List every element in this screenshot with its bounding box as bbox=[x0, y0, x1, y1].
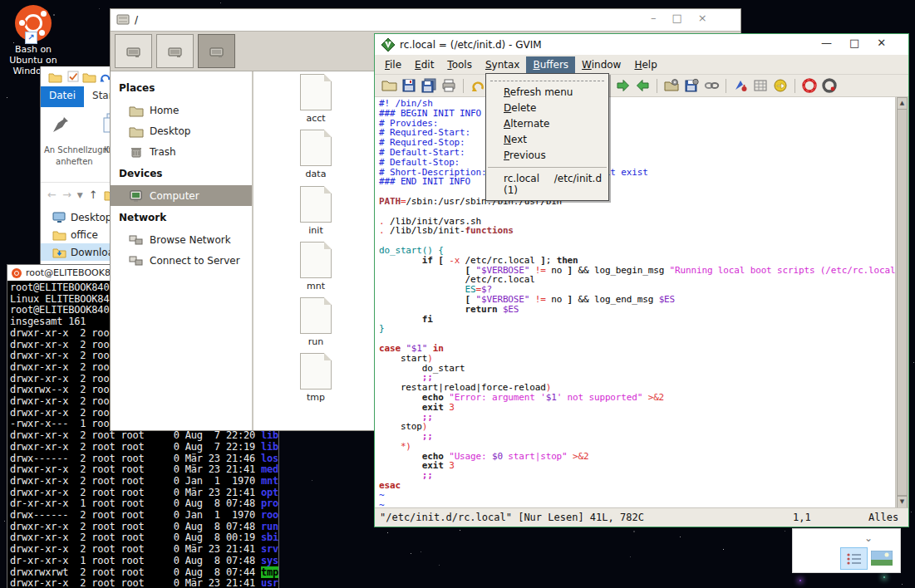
sidebar-item-label: Browse Network bbox=[150, 234, 231, 246]
code-line: fi bbox=[379, 315, 896, 325]
menu-window[interactable]: Window bbox=[575, 56, 627, 73]
sidebar-item-desktop[interactable]: Desktop bbox=[111, 120, 252, 141]
find-next-button[interactable] bbox=[614, 77, 631, 94]
undo-button[interactable] bbox=[470, 77, 486, 94]
minimize-button[interactable]: — bbox=[821, 37, 832, 49]
save-button[interactable] bbox=[401, 77, 417, 94]
sidebar-item-computer[interactable]: Computer bbox=[111, 185, 252, 206]
explorer-sidebar: DesktopofficeDownloads bbox=[41, 207, 115, 261]
folder-icon[interactable] bbox=[82, 71, 96, 83]
sidebar-item-home[interactable]: Home bbox=[111, 100, 252, 120]
file-item-tmp[interactable]: tmp bbox=[287, 353, 345, 403]
sidebar-item-connect-to-server[interactable]: Connect to Server bbox=[111, 250, 252, 271]
statusline-scroll-position: Alles bbox=[868, 512, 898, 523]
buffers-menu-popup: Refresh menuDeleteAlternateNextPrevious … bbox=[485, 73, 609, 201]
tab-datei[interactable]: Datei bbox=[41, 86, 84, 107]
document-icon bbox=[300, 130, 332, 166]
ribbon-tabs: Datei Start bbox=[41, 86, 115, 107]
file-name: acct bbox=[287, 113, 345, 124]
terminal-line: dr-xr-xr-x 1 root root 0 Aug 8 07:48 pro… bbox=[10, 498, 278, 510]
menu-buffers[interactable]: Buffers bbox=[526, 56, 575, 73]
trash-icon bbox=[129, 145, 144, 159]
back-arrow-icon[interactable]: ← bbox=[47, 189, 57, 201]
ubuntu-logo-icon: ↗ bbox=[15, 5, 52, 42]
gvim-scrollbar[interactable]: ▲ ▼ bbox=[895, 97, 908, 508]
buffers-menu-item-next[interactable]: Next bbox=[486, 132, 608, 148]
file-item-mnt[interactable]: mnt bbox=[287, 242, 345, 292]
pin-to-quick-access-label-line2[interactable]: anheften bbox=[56, 157, 93, 166]
sidebar-item-trash[interactable]: Trash bbox=[111, 141, 252, 162]
file-item-init[interactable]: init bbox=[287, 186, 345, 236]
buffers-menu-item-delete[interactable]: Delete bbox=[486, 100, 608, 116]
code-line: stop) bbox=[379, 422, 896, 432]
code-line: ~ bbox=[379, 491, 896, 501]
session-save-button[interactable] bbox=[683, 77, 700, 94]
terminal-title: root@ELITEBOOK840 bbox=[26, 267, 122, 278]
toolbar-button-1[interactable] bbox=[115, 34, 152, 68]
sidebar-item-desktop[interactable]: Desktop bbox=[41, 208, 115, 226]
chevron-down-icon[interactable]: ▼ bbox=[77, 191, 83, 199]
gvim-toolbar bbox=[375, 75, 908, 97]
buffers-menu-item-refresh-menu[interactable]: Refresh menu bbox=[486, 85, 608, 100]
forward-arrow-icon[interactable]: → bbox=[62, 189, 71, 201]
tags-button[interactable] bbox=[752, 77, 769, 94]
terminal-line: drwxrwxrwt 2 root root 0 Aug 8 07:44 tmp bbox=[10, 567, 278, 579]
folder-icon[interactable] bbox=[48, 71, 62, 83]
toolbar-button-3[interactable] bbox=[198, 34, 235, 68]
code-line: PATH=/sbin:/usr/sbin:/bin:/usr/bin bbox=[379, 197, 896, 207]
explorer-window-fragment: ▾ Datei Start An Schnellzugriff anheften… bbox=[40, 66, 115, 267]
save-all-button[interactable] bbox=[421, 77, 437, 94]
terminal-line: drwxr-xr-x 2 root root 0 Mär 23 21:41 me… bbox=[10, 464, 278, 476]
menu-tearoff-handle[interactable] bbox=[490, 75, 604, 81]
sidebar-item-label: Connect to Server bbox=[150, 255, 240, 267]
chevron-down-icon[interactable]: ⌄ bbox=[864, 532, 873, 544]
checkbox-icon[interactable] bbox=[67, 71, 80, 82]
toolbar-button-2[interactable] bbox=[156, 34, 194, 68]
make-button[interactable] bbox=[732, 77, 749, 94]
sidebar-item-office[interactable]: office bbox=[41, 226, 115, 243]
code-line: case "$1" in bbox=[379, 344, 896, 354]
buffers-menu-item-alternate[interactable]: Alternate bbox=[486, 116, 608, 132]
run-script-button[interactable] bbox=[703, 77, 720, 94]
scroll-down-arrow-icon[interactable]: ▼ bbox=[897, 496, 908, 508]
file-item-run[interactable]: run bbox=[287, 297, 345, 347]
thumbnail-view-button[interactable] bbox=[870, 550, 893, 566]
terminal-line: drwxr-xr-x 2 root root 0 Aug 7 22:20 lib bbox=[10, 430, 278, 442]
menu-help[interactable]: Help bbox=[627, 56, 663, 73]
drive-icon bbox=[167, 45, 184, 58]
menu-edit[interactable]: Edit bbox=[408, 56, 440, 73]
file-manager-titlebar[interactable]: / –□× bbox=[111, 9, 740, 31]
menu-tools[interactable]: Tools bbox=[440, 56, 479, 73]
sidebar-item-label: Downloads bbox=[71, 247, 115, 258]
file-item-data[interactable]: data bbox=[287, 130, 345, 179]
scroll-up-arrow-icon[interactable]: ▲ bbox=[897, 97, 908, 110]
buffers-menu-item-previous[interactable]: Previous bbox=[486, 148, 608, 164]
details-view-button[interactable] bbox=[840, 547, 868, 570]
print-button[interactable] bbox=[440, 77, 457, 94]
find-prev-button[interactable] bbox=[634, 77, 651, 94]
scrollbar-thumb[interactable] bbox=[897, 109, 908, 496]
minimize-button[interactable]: – bbox=[651, 12, 657, 24]
close-button[interactable]: × bbox=[698, 12, 707, 24]
maximize-button[interactable]: □ bbox=[672, 12, 682, 24]
statusline-file-info: "/etc/init.d/rc.local" [Nur Lesen] 41L, … bbox=[380, 512, 644, 523]
gvim-edit-area[interactable]: #! /bin/sh### BEGIN INIT INFO# Provides:… bbox=[375, 97, 896, 508]
up-arrow-icon[interactable]: ↑ bbox=[89, 189, 98, 201]
close-button[interactable]: ✕ bbox=[877, 37, 886, 49]
sidebar-item-browse-network[interactable]: Browse Network bbox=[111, 229, 252, 250]
sidebar-item-downloads[interactable]: Downloads bbox=[41, 243, 115, 261]
menu-syntax[interactable]: Syntax bbox=[479, 56, 527, 73]
buffer-entry-rc-local[interactable]: rc.local (1) /etc/init.d bbox=[486, 170, 608, 198]
file-item-acct[interactable]: acct bbox=[287, 74, 345, 124]
session-load-button[interactable] bbox=[663, 77, 680, 94]
gvim-titlebar[interactable]: rc.local = (/etc/init.d) - GVIM —□✕ bbox=[375, 34, 908, 55]
tag-jump-button[interactable] bbox=[772, 77, 789, 94]
explorer-statusbar-fragment: ⌄ bbox=[792, 528, 901, 573]
open-button[interactable] bbox=[381, 77, 397, 94]
maximize-button[interactable]: □ bbox=[849, 37, 859, 49]
menu-file[interactable]: File bbox=[378, 56, 408, 73]
help-button[interactable] bbox=[801, 77, 818, 94]
help-find-button[interactable] bbox=[821, 77, 838, 94]
downloads-folder-icon bbox=[52, 246, 66, 258]
buffer-name: rc.local (1) bbox=[504, 173, 554, 196]
